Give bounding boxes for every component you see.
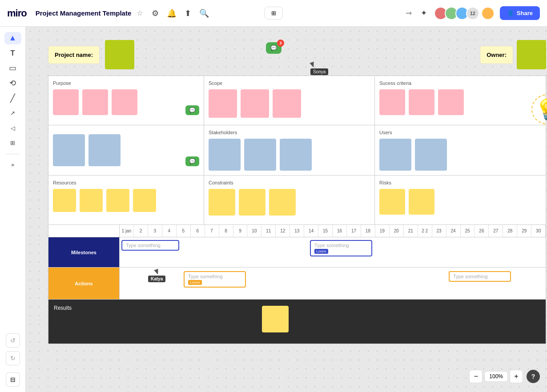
sidebar: ▲ T ▭ ⟲ ╱ ↗ ◁ ⊞ » ↺ ↻ ⊟: [0, 27, 26, 392]
row2-chat-icon[interactable]: 💬: [185, 156, 199, 166]
panel-toggle-button[interactable]: ⊟: [6, 372, 20, 387]
pen-tool[interactable]: ╱: [4, 92, 21, 104]
frame-tool[interactable]: ⊞: [4, 137, 21, 149]
date-11: 11: [261, 225, 276, 237]
scope-stickies: [209, 89, 370, 118]
undo-button[interactable]: ↺: [6, 333, 20, 348]
favorite-icon[interactable]: ☆: [137, 9, 143, 17]
date-6: 6: [191, 225, 205, 237]
risks-cell: Risks: [375, 176, 546, 224]
stakeholders-cell: Stakeholders: [204, 125, 375, 175]
shape-tool[interactable]: ⟲: [4, 77, 21, 89]
share-file-icon[interactable]: ⬆: [185, 8, 191, 18]
frame-icon: ⊞: [10, 140, 15, 146]
date-24: 24: [446, 225, 461, 237]
text-tool[interactable]: T: [4, 47, 21, 60]
stakeholder-stickies: [209, 139, 370, 171]
date-28: 28: [503, 225, 517, 237]
date-23: 23: [432, 225, 446, 237]
eraser-tool[interactable]: ◁: [4, 122, 21, 134]
success-sticky-2: [409, 89, 434, 115]
redo-button[interactable]: ↻: [6, 351, 20, 365]
timeline-label-col: [48, 225, 120, 237]
sticky-note-tool[interactable]: ▭: [4, 62, 21, 74]
results-row: Results: [48, 300, 546, 344]
user-sticky-1: [379, 139, 411, 171]
select-tool[interactable]: ▲: [4, 32, 21, 44]
avatar-count[interactable]: 12: [466, 7, 479, 20]
owner-label: Owner:: [480, 46, 513, 64]
canvas[interactable]: Project name: 💬 3 Sonya Owner:: [26, 27, 547, 392]
date-21: 21: [404, 225, 418, 237]
board-content: Project name: 💬 3 Sonya Owner:: [48, 40, 546, 344]
date-22: 2 2: [418, 225, 432, 237]
present-icon-btn[interactable]: ✦: [419, 7, 429, 20]
notifications-icon[interactable]: 🔔: [167, 8, 177, 18]
milestone-input-2[interactable]: Type something Lorem: [310, 240, 372, 256]
date-13: 13: [290, 225, 304, 237]
chat-icon: 💬: [270, 45, 277, 51]
date-19: 19: [375, 225, 390, 237]
milestones-label: Milestones: [48, 237, 120, 267]
more-tools[interactable]: »: [4, 158, 21, 171]
header-icons: ⚙ 🔔 ⬆ 🔍: [152, 8, 209, 18]
owner-sticky: [517, 40, 546, 69]
apps-icon[interactable]: ⚙: [152, 8, 159, 18]
actions-label: Actions: [48, 268, 120, 299]
grid-row-2: 💬 Stakeholders Users: [48, 125, 546, 176]
board-title[interactable]: Project Management Template: [36, 9, 132, 17]
purpose-chat-icon[interactable]: 💬: [185, 105, 199, 115]
purpose-stickies: 💬: [53, 89, 199, 115]
con-sticky-2: [239, 189, 265, 216]
timeline-header: 1 jan 2 3 4 5 6 7 8 9 10 11 12 13 14 15 …: [48, 225, 546, 237]
zoom-in-button[interactable]: +: [510, 370, 523, 383]
connector-tool[interactable]: ↗: [4, 107, 21, 120]
sonya-label: Sonya: [310, 68, 328, 75]
res-sticky-1: [53, 189, 76, 212]
lorem-badge-1: Lorem: [314, 249, 328, 254]
search-icon[interactable]: 🔍: [199, 8, 209, 18]
results-label: Results: [54, 305, 72, 311]
date-20: 20: [390, 225, 404, 237]
help-button[interactable]: ?: [527, 370, 540, 383]
chat-notification[interactable]: 💬 3: [266, 42, 282, 54]
katya-cursor: Katya: [148, 269, 165, 282]
stk-sticky-2: [244, 139, 276, 171]
date-17: 17: [347, 225, 361, 237]
con-sticky-1: [209, 189, 235, 216]
connector-icon: ↗: [10, 110, 15, 116]
success-criteria-cell: Sucess criteria: [375, 76, 546, 125]
date-8: 8: [219, 225, 233, 237]
scope-label: Scope: [209, 80, 370, 86]
date-14: 14: [304, 225, 318, 237]
share-button[interactable]: 👤 Share: [500, 6, 540, 20]
res-sticky-2: [80, 189, 103, 212]
date-1jan: 1 jan: [120, 225, 134, 237]
milestone-timeline-cells: Type something Type something Lorem: [120, 237, 546, 267]
milestone-input-1[interactable]: Type something: [121, 240, 179, 251]
users-cell: Users: [375, 125, 546, 175]
marker-icon-btn[interactable]: ⇾: [404, 7, 414, 20]
sidebar-divider: [6, 154, 20, 154]
resources-cell: Resources: [48, 176, 204, 224]
action-input-1[interactable]: Type something Lorem: [184, 271, 246, 288]
success-sticky-1: [379, 89, 405, 115]
purpose-label: Purpose: [53, 80, 199, 86]
header-left: miro Project Management Template ☆ ⚙ 🔔 ⬆…: [7, 8, 404, 19]
date-5: 5: [177, 225, 191, 237]
scope-sticky-3: [273, 89, 301, 118]
grid-row-1: Purpose 💬 Scope: [48, 76, 546, 125]
blue-stickies-left: 💬: [53, 130, 199, 166]
constraints-cell: Constraints: [204, 176, 375, 224]
risk-stickies: [379, 189, 541, 215]
res-sticky-3: [106, 189, 129, 212]
date-25: 25: [461, 225, 475, 237]
res-sticky-4: [133, 189, 156, 212]
date-12: 12: [276, 225, 290, 237]
actions-row: Actions Katya Type something Lorem Type …: [48, 268, 546, 300]
apps-button[interactable]: ⊞: [265, 7, 283, 20]
empty-cell-row2: 💬: [48, 125, 204, 175]
milestones-row: Milestones Type something Type something…: [48, 237, 546, 268]
zoom-out-button[interactable]: −: [469, 370, 483, 383]
action-input-2[interactable]: Type something: [449, 271, 511, 282]
